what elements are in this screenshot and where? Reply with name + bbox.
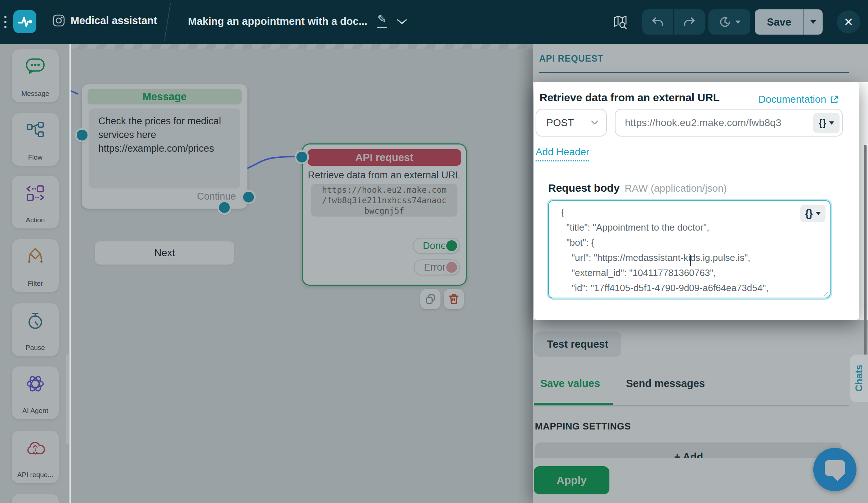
flow-canvas[interactable]: Message Check the prices for medical ser… <box>71 44 533 503</box>
text-cursor <box>690 255 691 266</box>
bot-name: Medical assistant <box>71 15 157 27</box>
tab-save-values[interactable]: Save values <box>540 378 600 390</box>
undo-redo-group <box>642 9 705 35</box>
save-button[interactable]: Save <box>755 16 803 28</box>
api-input-port[interactable] <box>296 152 307 163</box>
redo-button[interactable] <box>674 9 705 35</box>
error-label: Error <box>424 262 446 273</box>
sidebar-item-pause[interactable]: Pause <box>12 303 59 356</box>
request-url-field[interactable]: {} <box>615 109 843 137</box>
panel-scrollbar[interactable] <box>864 145 867 356</box>
braces-icon: {} <box>805 208 813 219</box>
panel-section-title: API REQUEST <box>539 53 603 64</box>
select-chevron-icon <box>591 120 598 125</box>
sidebar-item-flow[interactable]: Flow <box>12 113 59 166</box>
done-label: Done <box>423 240 446 252</box>
message-node-text: Check the prices for medical services he… <box>89 108 240 188</box>
history-button[interactable] <box>708 9 750 35</box>
undo-icon <box>652 17 663 27</box>
done-output-port[interactable] <box>446 240 457 251</box>
sidebar-item-ai-agent[interactable]: AI Agent <box>12 366 59 419</box>
request-heading: Retrieve data from an external URL <box>540 92 720 104</box>
url-variables-button[interactable]: {} <box>813 113 840 133</box>
tab-send-messages[interactable]: Send messages <box>626 378 705 390</box>
add-mapping-wrap: + Add <box>535 442 842 458</box>
method-value: POST <box>546 117 574 129</box>
sidebar-item-filter[interactable]: Filter <box>12 239 59 292</box>
element-palette: Message Flow Action <box>0 44 71 503</box>
close-icon: ✕ <box>844 15 854 29</box>
api-node-header: API request <box>308 149 461 166</box>
save-caret-icon <box>810 20 816 24</box>
sidebar-item-label: Filter <box>28 280 43 288</box>
edit-title-icon[interactable]: ✎ <box>377 14 387 28</box>
variables-caret-icon <box>816 212 821 215</box>
sidebar-item-label: Message <box>21 90 49 98</box>
app-logo[interactable] <box>13 10 36 33</box>
mapping-settings-title: MAPPING SETTINGS <box>535 421 631 432</box>
request-body-editor[interactable]: { "title": "Appointment to the doctor", … <box>548 200 831 298</box>
undo-button[interactable] <box>642 9 673 35</box>
variables-caret-icon <box>829 121 834 125</box>
documentation-link[interactable]: Documentation <box>759 94 838 105</box>
copy-node-button[interactable] <box>420 289 440 309</box>
message-node[interactable]: Message Check the prices for medical ser… <box>82 84 247 209</box>
next-output-port[interactable] <box>219 202 230 213</box>
request-settings-card: Retrieve data from an external URL Docum… <box>534 82 859 320</box>
sidebar-item-api-request[interactable]: API reque... <box>12 431 59 483</box>
save-options-button[interactable] <box>804 20 823 24</box>
resize-handle[interactable] <box>823 291 828 296</box>
message-icon <box>12 57 59 75</box>
bot-selector[interactable]: Medical assistant <box>53 14 157 27</box>
copy-icon <box>425 294 436 304</box>
save-split-button: Save <box>755 9 823 35</box>
api-node-subtitle: Retrieve data from an external URL <box>305 169 463 181</box>
method-select[interactable]: POST <box>536 109 607 137</box>
kebab-menu-icon[interactable] <box>4 16 7 31</box>
sidebar-item-partial[interactable] <box>12 494 59 503</box>
chats-side-tab[interactable]: Chats <box>850 355 868 402</box>
next-quick-reply-button[interactable]: Next <box>95 241 234 265</box>
continue-label: Continue <box>197 191 236 202</box>
request-url-input[interactable] <box>625 117 787 129</box>
json-line: "external_id": "104117781360763", <box>549 265 830 280</box>
api-request-icon <box>12 439 59 457</box>
support-chat-button[interactable] <box>813 448 856 491</box>
flow-icon <box>12 121 59 139</box>
sidebar-item-action[interactable]: Action <box>12 176 59 228</box>
done-branch-pill[interactable]: Done <box>413 238 460 254</box>
search-flow-icon[interactable] <box>612 14 628 30</box>
external-link-icon <box>830 95 838 104</box>
sidebar-scrollbar[interactable] <box>66 354 69 444</box>
add-header-link[interactable]: Add Header <box>536 146 589 161</box>
request-body-label: Request body <box>548 182 619 194</box>
continue-output-port[interactable] <box>243 192 254 202</box>
flow-title: Making an appointment with a doc... <box>188 15 367 27</box>
apply-button[interactable]: Apply <box>534 466 609 494</box>
close-builder-button[interactable]: ✕ <box>837 10 860 34</box>
test-request-button[interactable]: Test request <box>534 331 621 357</box>
sidebar-item-message[interactable]: Message <box>12 49 59 102</box>
message-node-header: Message <box>88 89 242 104</box>
api-request-settings-panel: API REQUEST Retrieve data from an extern… <box>533 44 868 503</box>
section-divider <box>539 72 849 73</box>
title-chevron-down-icon[interactable] <box>397 19 407 25</box>
braces-icon: {} <box>819 117 826 129</box>
action-icon <box>12 184 59 202</box>
body-variables-button[interactable]: {} <box>800 205 826 222</box>
json-line: "channel": { <box>549 295 830 298</box>
instagram-icon <box>53 14 65 27</box>
trash-icon <box>448 293 459 305</box>
pulse-icon <box>17 13 33 30</box>
panel-lower-section: Test request Save values Send messages M… <box>533 320 868 503</box>
api-request-node[interactable]: API request Retrieve data from an extern… <box>302 143 467 286</box>
message-input-port[interactable] <box>77 130 88 141</box>
history-caret-icon <box>735 21 741 24</box>
error-output-port[interactable] <box>446 262 457 273</box>
add-mapping-button[interactable]: + Add <box>535 442 842 458</box>
delete-node-button[interactable] <box>444 289 464 309</box>
ai-agent-icon <box>12 374 59 393</box>
chats-tab-label: Chats <box>854 365 865 392</box>
error-branch-pill[interactable]: Error <box>414 259 460 275</box>
breadcrumb-divider <box>164 3 171 41</box>
